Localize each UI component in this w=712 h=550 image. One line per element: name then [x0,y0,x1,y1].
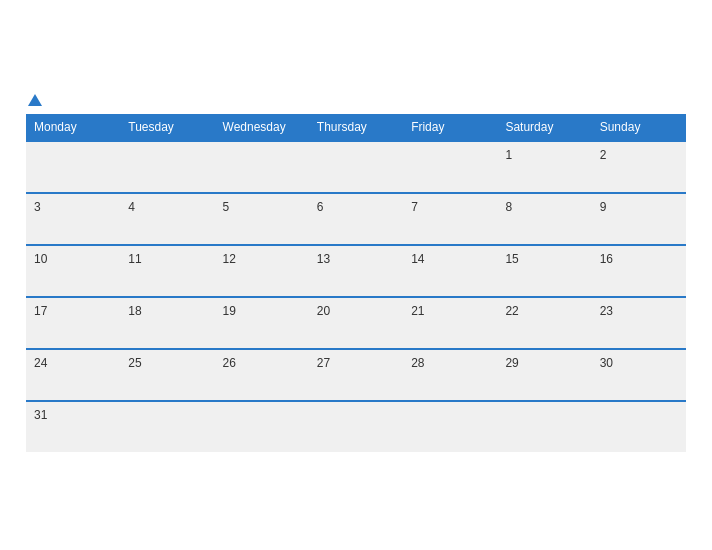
weekday-header-tuesday: Tuesday [120,114,214,141]
calendar-day-26: 26 [215,349,309,401]
calendar-day-empty [309,401,403,452]
calendar-day-15: 15 [497,245,591,297]
weekday-header-row: MondayTuesdayWednesdayThursdayFridaySatu… [26,114,686,141]
calendar-day-empty [403,401,497,452]
calendar-day-empty [215,141,309,193]
calendar-day-empty [26,141,120,193]
calendar-day-16: 16 [592,245,686,297]
calendar-week-row: 12 [26,141,686,193]
calendar-day-19: 19 [215,297,309,349]
calendar-day-empty [403,141,497,193]
calendar-day-30: 30 [592,349,686,401]
weekday-header-monday: Monday [26,114,120,141]
calendar-day-27: 27 [309,349,403,401]
logo [26,94,42,106]
weekday-header-saturday: Saturday [497,114,591,141]
calendar-day-empty [592,401,686,452]
weekday-header-thursday: Thursday [309,114,403,141]
calendar-week-row: 3456789 [26,193,686,245]
calendar-header [26,94,686,106]
calendar-week-row: 17181920212223 [26,297,686,349]
calendar-day-18: 18 [120,297,214,349]
calendar-day-29: 29 [497,349,591,401]
calendar-day-2: 2 [592,141,686,193]
calendar-day-8: 8 [497,193,591,245]
calendar-day-empty [120,141,214,193]
calendar-day-14: 14 [403,245,497,297]
calendar-day-empty [497,401,591,452]
calendar-day-empty [309,141,403,193]
calendar-week-row: 31 [26,401,686,452]
calendar-day-28: 28 [403,349,497,401]
calendar-day-20: 20 [309,297,403,349]
calendar-container: MondayTuesdayWednesdayThursdayFridaySatu… [11,84,701,467]
calendar-week-row: 10111213141516 [26,245,686,297]
calendar-day-12: 12 [215,245,309,297]
calendar-day-21: 21 [403,297,497,349]
calendar-day-13: 13 [309,245,403,297]
calendar-day-24: 24 [26,349,120,401]
calendar-day-25: 25 [120,349,214,401]
calendar-day-7: 7 [403,193,497,245]
calendar-day-empty [215,401,309,452]
calendar-day-5: 5 [215,193,309,245]
calendar-day-6: 6 [309,193,403,245]
calendar-day-22: 22 [497,297,591,349]
calendar-day-1: 1 [497,141,591,193]
calendar-day-17: 17 [26,297,120,349]
weekday-header-sunday: Sunday [592,114,686,141]
logo-triangle-icon [28,94,42,106]
calendar-day-11: 11 [120,245,214,297]
calendar-table: MondayTuesdayWednesdayThursdayFridaySatu… [26,114,686,452]
calendar-day-31: 31 [26,401,120,452]
calendar-day-23: 23 [592,297,686,349]
calendar-day-9: 9 [592,193,686,245]
calendar-day-3: 3 [26,193,120,245]
weekday-header-friday: Friday [403,114,497,141]
calendar-day-10: 10 [26,245,120,297]
calendar-day-4: 4 [120,193,214,245]
weekday-header-wednesday: Wednesday [215,114,309,141]
calendar-day-empty [120,401,214,452]
calendar-week-row: 24252627282930 [26,349,686,401]
